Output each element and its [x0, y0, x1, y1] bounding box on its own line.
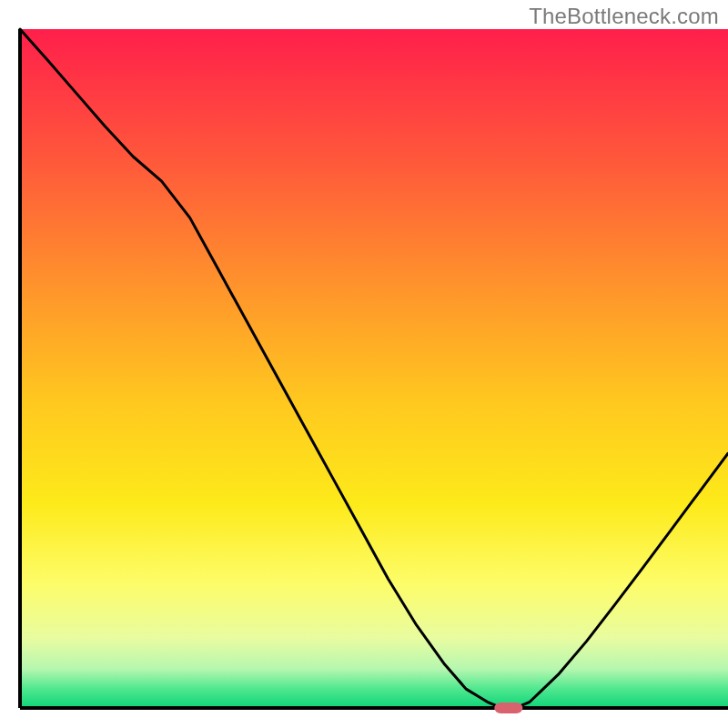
bottleneck-chart — [0, 0, 728, 728]
gradient-background — [20, 29, 728, 706]
optimal-marker — [494, 703, 522, 713]
